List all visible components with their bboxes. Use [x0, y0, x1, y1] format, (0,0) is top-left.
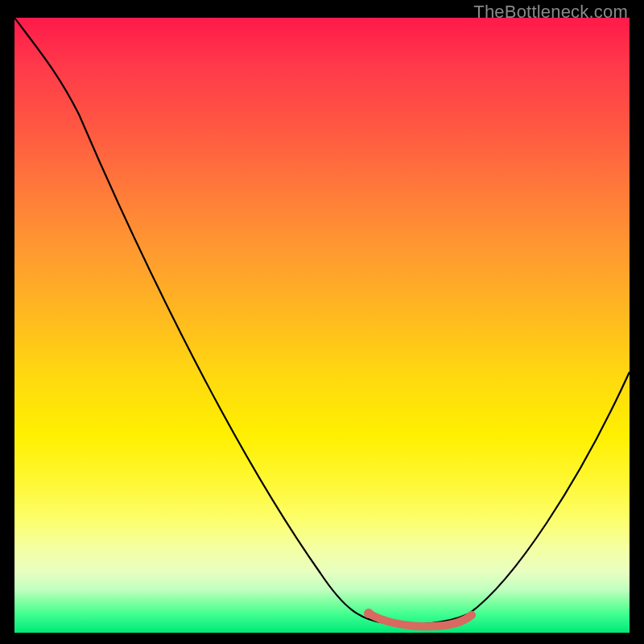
optimal-range-start-dot — [364, 609, 374, 618]
chart-plot — [14, 18, 630, 633]
watermark-text: TheBottleneck.com — [473, 2, 628, 23]
bottleneck-curve-line — [14, 18, 630, 625]
chart-curves — [14, 18, 630, 633]
optimal-range-marker — [369, 613, 472, 626]
